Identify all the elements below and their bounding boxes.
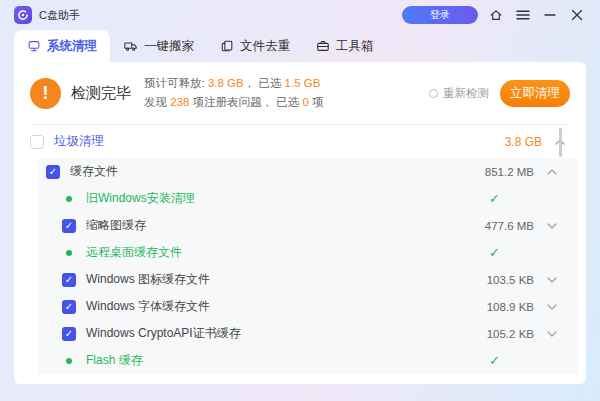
item-size: 105.2 KB xyxy=(487,328,534,340)
item-label: 远程桌面缓存文件 xyxy=(86,244,182,261)
list-item[interactable]: Flash 缓存 ✓ xyxy=(38,347,578,374)
chevron-up-icon[interactable] xyxy=(546,169,558,175)
refresh-circle-icon xyxy=(429,89,438,98)
check-mark-icon: ✓ xyxy=(489,191,500,206)
content-panel: ! 检测完毕 预计可释放: 3.8 GB， 已选 1.5 GB 发现 238 项… xyxy=(14,62,586,384)
tab-move-apps[interactable]: 一键搬家 xyxy=(110,30,207,62)
tab-toolbox[interactable]: 工具箱 xyxy=(303,30,387,62)
done-dot-icon xyxy=(62,358,76,364)
chevron-down-icon[interactable] xyxy=(546,223,558,229)
scan-detail-line2: 发现 238 项注册表问题， 已选 0 项 xyxy=(144,93,324,112)
item-label: 缩略图缓存 xyxy=(86,217,146,234)
done-dot-icon xyxy=(62,250,76,256)
item-label: Windows 图标缓存文件 xyxy=(86,271,210,288)
menu-icon[interactable] xyxy=(514,6,532,24)
item-checkbox[interactable]: ✓ xyxy=(62,219,76,233)
list-item[interactable]: ✓ Windows CryptoAPI证书缓存 105.2 KB xyxy=(38,320,578,347)
drive-icon xyxy=(27,39,41,53)
scan-status: 检测完毕 xyxy=(71,84,131,103)
group-size: 3.8 GB xyxy=(505,135,542,149)
scan-detail: 预计可释放: 3.8 GB， 已选 1.5 GB 发现 238 项注册表问题， … xyxy=(144,74,324,112)
tab-system-clean[interactable]: 系统清理 xyxy=(14,30,110,62)
list-item[interactable]: 旧Windows安装清理 ✓ xyxy=(38,185,578,212)
scan-summary: ! 检测完毕 预计可释放: 3.8 GB， 已选 1.5 GB 发现 238 项… xyxy=(14,62,586,124)
item-label: 旧Windows安装清理 xyxy=(86,190,195,207)
minimize-icon[interactable] xyxy=(541,6,559,24)
list-item[interactable]: 远程桌面缓存文件 ✓ xyxy=(38,239,578,266)
group-row-junk-cleanup[interactable]: 垃圾清理 3.8 GB xyxy=(14,125,586,158)
scrollbar-thumb[interactable] xyxy=(559,128,562,157)
close-icon[interactable] xyxy=(568,6,586,24)
item-size: 103.5 KB xyxy=(487,274,534,286)
item-checkbox[interactable]: ✓ xyxy=(46,165,60,179)
check-mark-icon: ✓ xyxy=(489,245,500,260)
item-label: Flash 缓存 xyxy=(86,352,143,369)
home-icon[interactable] xyxy=(487,6,505,24)
app-title: C盘助手 xyxy=(39,8,80,23)
item-label: Windows 字体缓存文件 xyxy=(86,298,210,315)
tab-dedupe[interactable]: 文件去重 xyxy=(207,30,303,62)
group-checkbox[interactable] xyxy=(30,135,44,149)
item-checkbox[interactable]: ✓ xyxy=(62,273,76,287)
recheck-button[interactable]: 重新检测 xyxy=(429,86,489,101)
list-item[interactable]: ✓ 缩略图缓存 477.6 MB xyxy=(38,212,578,239)
item-size: 477.6 MB xyxy=(485,220,534,232)
list-item[interactable]: ✓ Windows 字体缓存文件 108.9 KB xyxy=(38,293,578,320)
truck-icon xyxy=(123,39,138,53)
done-dot-icon xyxy=(62,196,76,202)
item-size: 108.9 KB xyxy=(487,301,534,313)
check-mark-icon: ✓ xyxy=(489,353,500,368)
toolbox-icon xyxy=(316,39,330,53)
titlebar: C盘助手 登录 xyxy=(0,0,600,30)
exclamation-circle-icon: ! xyxy=(30,78,61,109)
list-item[interactable]: ✓ Windows 图标缓存文件 103.5 KB xyxy=(38,266,578,293)
item-checkbox[interactable]: ✓ xyxy=(62,327,76,341)
item-label: Windows CryptoAPI证书缓存 xyxy=(86,325,241,342)
clean-now-button[interactable]: 立即清理 xyxy=(500,80,570,107)
chevron-down-icon[interactable] xyxy=(546,277,558,283)
login-button[interactable]: 登录 xyxy=(402,6,478,24)
chevron-down-icon[interactable] xyxy=(546,304,558,310)
list-item[interactable]: ✓ 缓存文件 851.2 MB xyxy=(38,158,578,185)
item-label: 缓存文件 xyxy=(70,163,118,180)
tab-bar: 系统清理 一键搬家 文件去重 工具箱 xyxy=(0,30,600,62)
app-logo-icon xyxy=(14,6,32,24)
item-size: 851.2 MB xyxy=(485,166,534,178)
cleanup-item-list: ✓ 缓存文件 851.2 MB 旧Windows安装清理 ✓ ✓ 缩略图缓存 4… xyxy=(38,158,578,374)
group-label: 垃圾清理 xyxy=(54,133,104,150)
chevron-down-icon[interactable] xyxy=(546,331,558,337)
item-checkbox[interactable]: ✓ xyxy=(62,300,76,314)
documents-icon xyxy=(220,39,234,53)
scan-detail-line1: 预计可释放: 3.8 GB， 已选 1.5 GB xyxy=(144,74,324,93)
